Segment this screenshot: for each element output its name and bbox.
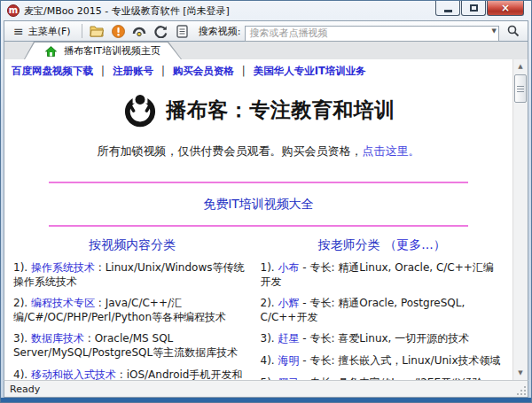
vertical-scrollbar[interactable]: ▲ ▼: [512, 59, 528, 380]
item-number: 1).: [261, 261, 275, 274]
bobuke-logo-icon: [121, 91, 159, 128]
main-menu-label: 主菜单(F): [28, 25, 71, 38]
hero-header: 播布客：专注教育和培训: [10, 91, 507, 128]
resize-grip-icon[interactable]: [516, 385, 527, 396]
nav-link-membership[interactable]: 购买会员资格: [173, 65, 234, 77]
page-title: 播布客：专注教育和培训: [166, 97, 395, 124]
column-right-header: 按老师分类 （更多...）: [261, 237, 505, 253]
content-area: 百度网盘视频下载|注册账号|购买会员资格|美国华人专业IT培训业务 播布客：专注…: [4, 59, 528, 380]
search-icon: [507, 25, 520, 37]
toolbar: ≡ 主菜单(F): [4, 20, 528, 42]
nav-link-baidu-download[interactable]: 百度网盘视频下载: [12, 65, 93, 77]
nav-separator: |: [242, 65, 246, 77]
search-button[interactable]: [504, 22, 523, 40]
more-link[interactable]: 更多...: [396, 237, 433, 252]
category-columns: 按视频内容分类 1). 操作系统技术 : Linux/Unix/Windows等…: [10, 237, 507, 380]
app-logo-icon: m: [7, 4, 20, 17]
item-number: 2).: [261, 297, 275, 309]
maximize-button[interactable]: [461, 1, 486, 16]
list-item: 3). 赶星 - 专长: 喜爱Linux, 一切开源的技术: [261, 332, 505, 346]
title-bar: m 麦宝/MBoo 2015 - 专业级教育软件 [尚未登录] ×: [1, 1, 531, 20]
category-link[interactable]: 编程技术专区: [31, 297, 95, 309]
search-box: ▼: [245, 23, 499, 39]
divider-top: [49, 182, 468, 183]
alert-icon: [112, 25, 125, 38]
list-item: 2). 编程技术专区 : Java/C/C++/汇编/C#/OC/PHP/Per…: [13, 297, 252, 324]
nav-link-register[interactable]: 注册账号: [113, 65, 153, 77]
window-title: 麦宝/MBoo 2015 - 专业级教育软件 [尚未登录]: [24, 4, 230, 18]
category-link[interactable]: 移动和嵌入式技术: [31, 368, 116, 380]
minimize-button[interactable]: [435, 1, 460, 16]
folder-open-icon: [90, 25, 105, 37]
scroll-up-button[interactable]: ▲: [513, 59, 528, 74]
refresh-button[interactable]: [153, 23, 169, 39]
tab-label: 播布客IT培训视频主页: [64, 44, 160, 58]
window-bottom-border: [1, 398, 531, 402]
hamburger-icon: ≡: [13, 25, 24, 37]
column-by-content: 按视频内容分类 1). 操作系统技术 : Linux/Unix/Windows等…: [13, 237, 259, 380]
window-controls: ×: [434, 1, 524, 16]
scrollbar-grip-icon: [517, 86, 524, 92]
nav-separator: |: [101, 65, 105, 77]
scrollbar-thumb[interactable]: [514, 74, 527, 103]
category-link[interactable]: 操作系统技术: [31, 261, 95, 274]
top-nav-links: 百度网盘视频下载|注册账号|购买会员资格|美国华人专业IT培训业务: [10, 63, 507, 80]
item-number: 3).: [13, 332, 27, 345]
main-menu-button[interactable]: ≡ 主菜单(F): [9, 23, 75, 40]
list-item: 4). 海明 - 专长: 擅长嵌入式，Linux/Unix技术领域: [261, 354, 505, 368]
item-number: 3).: [261, 332, 275, 345]
close-icon: ×: [501, 3, 510, 13]
list-item: 1). 小布 - 专长: 精通Linux, Oracle, C/C++汇编开发: [261, 261, 505, 289]
scroll-down-button[interactable]: ▼: [513, 366, 528, 380]
minimize-icon: [444, 10, 452, 12]
search-label: 搜索视频:: [199, 25, 241, 38]
close-button[interactable]: ×: [487, 1, 524, 16]
column-by-teacher: 按老师分类 （更多...） 1). 小布 - 专长: 精通Linux, Orac…: [259, 237, 505, 380]
click-here-link[interactable]: 点击这里。: [363, 144, 420, 158]
webcam-icon: [132, 25, 146, 37]
status-text: Ready: [10, 384, 40, 395]
tab-home[interactable]: 播布客IT培训视频主页: [24, 42, 182, 59]
item-number: 4).: [13, 368, 27, 380]
item-desc: - 专长: 喜爱Linux, 一切开源的技术: [299, 332, 469, 345]
home-icon: [45, 46, 57, 57]
item-number: 2).: [13, 297, 27, 309]
header-text: 按老师分类 （: [318, 237, 396, 252]
nav-separator: |: [161, 65, 165, 77]
column-left-header: 按视频内容分类: [13, 237, 252, 253]
list-item: 2). 小辉 - 专长: 精通Oracle, PostgreSQL, C/C++…: [261, 297, 505, 324]
toolbar-separator: [82, 24, 82, 38]
list-item: 3). 数据库技术 : Oracle/MS SQL Server/MySQL/P…: [13, 332, 252, 360]
search-input[interactable]: [245, 26, 499, 42]
refresh-icon: [154, 25, 168, 38]
membership-notice: 所有加锁视频，仅供付费会员观看。购买会员资格，点击这里。: [10, 143, 507, 159]
list-item: 1). 操作系统技术 : Linux/Unix/Windows等传统操作系统技术: [13, 261, 252, 289]
teacher-link[interactable]: 小辉: [278, 297, 299, 309]
tab-bar: 播布客IT培训视频主页: [4, 42, 528, 59]
item-number: 4).: [261, 354, 275, 367]
item-number: 1).: [13, 261, 27, 274]
teacher-link[interactable]: 海明: [278, 354, 299, 367]
list-item: 4). 移动和嵌入式技术 : iOS/Android手机开发和ARM等嵌入式: [13, 368, 252, 380]
teacher-link[interactable]: 赶星: [278, 332, 299, 345]
web-page: 百度网盘视频下载|注册账号|购买会员资格|美国华人专业IT培训业务 播布客：专注…: [4, 59, 512, 380]
alert-button[interactable]: [110, 23, 127, 39]
category-link[interactable]: 数据库技术: [31, 332, 84, 345]
app-window: m 麦宝/MBoo 2015 - 专业级教育软件 [尚未登录] × ≡ 主菜单(…: [0, 0, 532, 403]
open-folder-button[interactable]: [89, 23, 106, 39]
notice-text: 所有加锁视频，仅供付费会员观看。购买会员资格，: [98, 144, 363, 158]
log-button[interactable]: [174, 23, 191, 39]
maximize-icon: [470, 4, 478, 12]
webcam-button[interactable]: [131, 23, 148, 39]
section-title: 免费IT培训视频大全: [10, 197, 507, 213]
document-icon: [176, 25, 188, 38]
divider-bottom: [49, 225, 468, 227]
nav-link-us-training[interactable]: 美国华人专业IT培训业务: [254, 65, 366, 77]
item-desc: - 专长: 擅长嵌入式，Linux/Unix技术领域: [299, 354, 500, 367]
status-bar: Ready: [4, 380, 528, 398]
teacher-link[interactable]: 小布: [278, 261, 299, 274]
header-text: ）: [434, 237, 446, 252]
